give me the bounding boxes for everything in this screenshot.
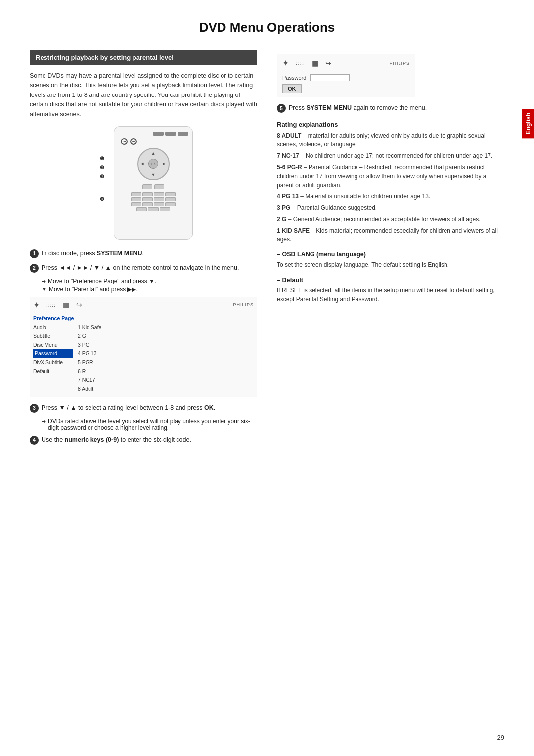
- preference-page-label: Preference Page: [33, 315, 254, 321]
- menu-right-items: 1 Kid Safe 2 G 3 PG 4 PG 13 5 PGR 6 R 7 …: [78, 323, 101, 394]
- step-1-content: In disc mode, press SYSTEM MENU.: [42, 249, 257, 258]
- pwd-top-bar: ✦ ::::: ▦ ↪ PHILIPS: [282, 58, 410, 70]
- annotation-3: ❸: [100, 174, 104, 179]
- pwd-input-box: [310, 74, 350, 81]
- rating-4: 4 PG 13: [78, 349, 101, 358]
- settings-icon: ✦: [33, 300, 40, 310]
- pwd-exit-icon: ↪: [325, 59, 331, 67]
- rating-1-kidsafe: 1 KID SAFE – Kids material; recommended …: [277, 226, 504, 244]
- step-1: 1 In disc mode, press SYSTEM MENU.: [30, 249, 257, 258]
- osd-lang-text: To set the screen display language. The …: [277, 260, 504, 270]
- step-5-num: 5: [277, 104, 286, 113]
- arrow-bullet-2: ▼ Move to "Parental" and press ▶▶.: [42, 286, 257, 293]
- step-1-num: 1: [30, 249, 39, 258]
- step-3-content: Press ▼ / ▲ to select a rating level bet…: [42, 403, 257, 413]
- rating-7-nc17: 7 NC-17 – No children under age 17; not …: [277, 151, 504, 160]
- step-1-bold: SYSTEM MENU: [97, 250, 142, 257]
- left-column: Restricting playback by setting parental…: [30, 50, 257, 450]
- step-3: 3 Press ▼ / ▲ to select a rating level b…: [30, 403, 257, 413]
- rating-5: 5 PGR: [78, 358, 101, 367]
- rating-6: 6 R: [78, 367, 101, 376]
- system-menu-label-2: SYSTEM MENU: [306, 104, 352, 111]
- arrow-bullet-text-1: Move to "Preference Page" and press ▼.: [48, 278, 156, 284]
- default-header: – Default: [277, 277, 504, 284]
- menu-body: Audio Subtitle Disc Menu Password DivX S…: [33, 323, 254, 394]
- rating-8-adult: 8 ADULT – material for adults only; view…: [277, 131, 504, 149]
- rating-3-pg: 3 PG – Parental Guidance suggested.: [277, 203, 504, 212]
- menu-item-password: Password: [33, 349, 73, 358]
- step-3-num: 3: [30, 404, 39, 413]
- rating-3: 3 PG: [78, 341, 101, 350]
- rating-1: 1 Kid Safe: [78, 323, 101, 332]
- step-4-num: 4: [30, 436, 39, 445]
- menu-item-divx: DivX Subtitle: [33, 358, 73, 367]
- right-column: ✦ ::::: ▦ ↪ PHILIPS Password OK 5 P: [277, 50, 504, 450]
- rating-8: 8 Adult: [78, 385, 101, 394]
- arrow-bullet-text-3: DVDs rated above the level you select wi…: [48, 418, 257, 431]
- arrow-bullet-3: ➔ DVDs rated above the level you select …: [42, 418, 257, 431]
- pwd-grid-icon: ▦: [312, 59, 318, 67]
- arrow-bullet-text-2: Move to "Parental" and press ▶▶.: [49, 286, 138, 293]
- ok-label: OK: [204, 404, 214, 411]
- password-screenshot: ✦ ::::: ▦ ↪ PHILIPS Password OK: [277, 54, 415, 97]
- menu-item-subtitle: Subtitle: [33, 332, 73, 341]
- step-2-content: Press ◄◄ / ►► / ▼ / ▲ on the remote cont…: [42, 263, 257, 273]
- rating-2: 2 G: [78, 332, 101, 341]
- exit-icon: ↪: [76, 301, 82, 309]
- language-tab: English: [522, 109, 534, 138]
- menu-item-default: Default: [33, 367, 73, 376]
- pwd-label: Password: [282, 75, 306, 81]
- rating-7: 7 NC17: [78, 376, 101, 385]
- arrow-sym-2: ▼: [42, 286, 47, 292]
- arrow-sym-3: ➔: [42, 418, 46, 425]
- arrow-bullet-1: ➔ Move to "Preference Page" and press ▼.: [42, 278, 257, 284]
- section-header-parental: Restricting playback by setting parental…: [30, 50, 257, 65]
- menu-top-bar: ✦ ::::: ▦ ↪ PHILIPS: [33, 300, 254, 312]
- rating-2-g: 2 G – General Audience; recommended as a…: [277, 215, 504, 224]
- annotation-1: ❶: [100, 156, 104, 161]
- rating-4-pg13: 4 PG 13 – Material is unsuitable for chi…: [277, 192, 504, 201]
- step-5-content: Press SYSTEM MENU again to remove the me…: [289, 103, 504, 113]
- menu-item-audio: Audio: [33, 323, 73, 332]
- pwd-ok-button[interactable]: OK: [282, 84, 302, 93]
- rating-title: Rating explanations: [277, 121, 504, 128]
- page-number: 29: [497, 734, 504, 741]
- pwd-field-row: Password: [282, 74, 410, 81]
- pwd-dots-icon: :::::: [296, 60, 305, 66]
- page-title: DVD Menu Operations: [30, 20, 504, 35]
- step-4: 4 Use the numeric keys (0-9) to enter th…: [30, 435, 257, 445]
- rating-section: Rating explanations 8 ADULT – material f…: [277, 121, 504, 304]
- arrow-sym-1: ➔: [42, 278, 46, 284]
- annotation-2: ❷: [100, 165, 104, 170]
- remote-illustration: ❶ ❷ ❸ ❹ ⏮ ⏭: [30, 126, 257, 240]
- menu-left-items: Audio Subtitle Disc Menu Password DivX S…: [33, 323, 73, 394]
- brand-label: PHILIPS: [233, 302, 254, 307]
- default-text: If RESET is selected, all the items in t…: [277, 286, 504, 304]
- annotation-4: ❹: [100, 196, 104, 202]
- pwd-brand-label: PHILIPS: [389, 61, 410, 66]
- rating-56-pgr: 5-6 PG-R – Parental Guidance – Restricte…: [277, 163, 504, 189]
- menu-screenshot: ✦ ::::: ▦ ↪ PHILIPS Preference Page Audi…: [30, 297, 257, 397]
- step-2: 2 Press ◄◄ / ►► / ▼ / ▲ on the remote co…: [30, 263, 257, 273]
- grid-icon: ▦: [63, 301, 69, 309]
- pwd-ok-container: OK: [282, 84, 410, 93]
- numeric-keys-label: numeric keys (0-9): [65, 436, 119, 443]
- step-4-content: Use the numeric keys (0-9) to enter the …: [42, 435, 257, 445]
- intro-paragraph: Some DVDs may have a parental level assi…: [30, 71, 257, 119]
- step-2-num: 2: [30, 264, 39, 273]
- step-5: 5 Press SYSTEM MENU again to remove the …: [277, 103, 504, 113]
- pwd-settings-icon: ✦: [282, 58, 289, 68]
- menu-item-disc: Disc Menu: [33, 341, 73, 350]
- osd-lang-header: – OSD LANG (menu language): [277, 251, 504, 258]
- menu-dots-icon: :::::: [46, 302, 56, 308]
